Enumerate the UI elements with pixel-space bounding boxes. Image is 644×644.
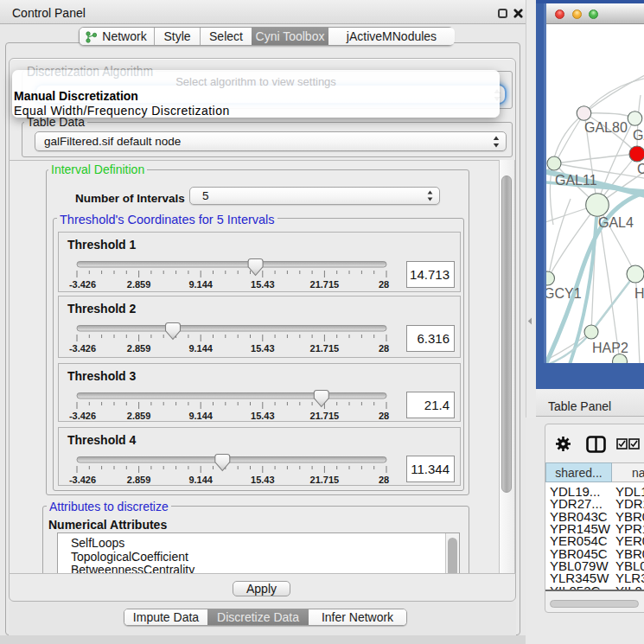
svg-text:21.715: 21.715 xyxy=(310,475,340,485)
svg-text:HAP2: HAP2 xyxy=(592,341,628,355)
svg-text:GAL80: GAL80 xyxy=(584,120,628,135)
svg-text:9.144: 9.144 xyxy=(188,475,213,485)
svg-text:28: 28 xyxy=(379,411,389,421)
svg-text:GAL11: GAL11 xyxy=(555,173,597,188)
svg-text:15.43: 15.43 xyxy=(251,475,275,485)
svg-text:2.859: 2.859 xyxy=(127,279,151,290)
svg-text:-3.426: -3.426 xyxy=(69,411,96,421)
svg-text:21.715: 21.715 xyxy=(310,279,340,290)
svg-text:21.715: 21.715 xyxy=(310,343,340,354)
svg-text:GAL4: GAL4 xyxy=(598,215,634,230)
svg-text:CY: CY xyxy=(637,162,644,176)
svg-text:15.43: 15.43 xyxy=(251,343,275,354)
svg-text:9.144: 9.144 xyxy=(188,343,213,354)
svg-text:28: 28 xyxy=(379,279,389,290)
svg-text:2.859: 2.859 xyxy=(127,411,151,421)
svg-text:9.144: 9.144 xyxy=(188,411,213,421)
svg-text:15.43: 15.43 xyxy=(251,411,275,421)
svg-text:9.144: 9.144 xyxy=(188,279,213,290)
svg-text:28: 28 xyxy=(379,343,389,354)
svg-text:-3.426: -3.426 xyxy=(69,343,96,354)
svg-text:GCY1: GCY1 xyxy=(546,286,582,301)
svg-text:2.859: 2.859 xyxy=(127,343,151,354)
svg-text:21.715: 21.715 xyxy=(310,411,340,421)
svg-text:28: 28 xyxy=(379,475,389,485)
svg-text:2.859: 2.859 xyxy=(127,475,151,485)
svg-text:-3.426: -3.426 xyxy=(69,279,96,290)
svg-text:-3.426: -3.426 xyxy=(69,475,96,485)
svg-text:15.43: 15.43 xyxy=(251,279,275,290)
svg-text:GA: GA xyxy=(633,128,644,143)
svg-text:H: H xyxy=(634,286,644,301)
